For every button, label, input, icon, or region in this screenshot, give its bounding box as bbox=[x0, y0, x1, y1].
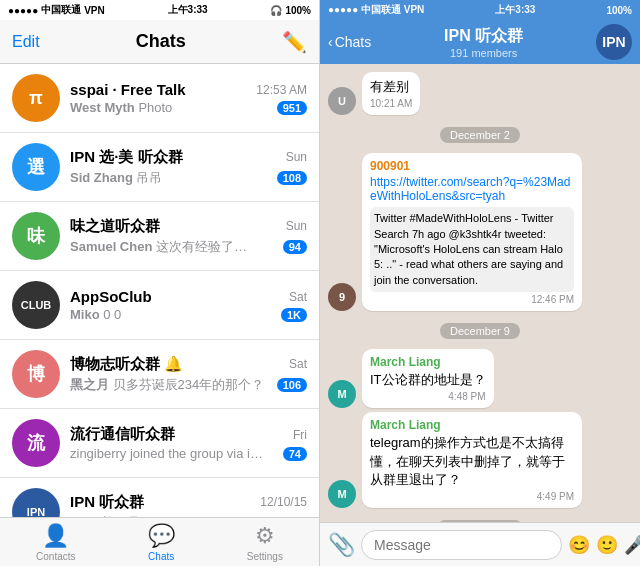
right-signal-dots: ●●●●● bbox=[328, 4, 358, 15]
emoji-button[interactable]: 😊 bbox=[568, 534, 590, 556]
group-members: 191 members bbox=[450, 47, 517, 59]
message-time: 4:49 PM bbox=[370, 491, 574, 502]
message-time: 12:46 PM bbox=[370, 294, 574, 305]
chat-time: Sat bbox=[289, 357, 307, 371]
chat-name: sspai · Free Talk bbox=[70, 81, 186, 98]
back-button[interactable]: ‹ Chats bbox=[328, 34, 371, 50]
left-nav-bar: Edit Chats ✏️ bbox=[0, 20, 319, 64]
message-row: MMarch Liangtelegram的操作方式也是不太搞得懂，在聊天列表中删… bbox=[328, 412, 632, 508]
message-bubble[interactable]: March LiangIT公论群的地址是？4:48 PM bbox=[362, 349, 494, 408]
chat-item[interactable]: 流流行通信听众群Frizingiberry joined the group v… bbox=[0, 409, 319, 478]
badge: 74 bbox=[283, 447, 307, 461]
message-text: Twitter #MadeWithHoloLens - Twitter Sear… bbox=[370, 207, 574, 292]
group-avatar[interactable]: IPN bbox=[596, 24, 632, 60]
right-icons: 100% bbox=[606, 5, 632, 16]
right-time: 上午3:33 bbox=[495, 3, 535, 17]
right-carrier-name: 中国联通 bbox=[361, 4, 401, 15]
date-label: December 9 bbox=[440, 323, 520, 339]
chat-preview: 黑之月 贝多芬诞辰234年的那个？ bbox=[70, 376, 264, 394]
chat-info: IPN 听众群12/10/15Nick 并不是 bbox=[70, 493, 307, 518]
back-label: Chats bbox=[335, 34, 372, 50]
chat-time: 12:53 AM bbox=[256, 83, 307, 97]
mic-button[interactable]: 🎤 bbox=[624, 534, 640, 556]
chat-name: AppSoClub bbox=[70, 288, 152, 305]
chat-info: AppSoClubSatMiko 0 01K bbox=[70, 288, 307, 322]
left-carrier-info: ●●●●● 中国联通 VPN bbox=[8, 3, 105, 17]
compose-button[interactable]: ✏️ bbox=[282, 30, 307, 54]
message-row: 9900901https://twitter.com/search?q=%23M… bbox=[328, 153, 632, 311]
chat-item[interactable]: 選IPN 选·美 听众群SunSid Zhang 吊吊108 bbox=[0, 133, 319, 202]
chats-title: Chats bbox=[136, 31, 186, 52]
tab-bar: 👤Contacts💬Chats⚙Settings bbox=[0, 517, 319, 566]
edit-button[interactable]: Edit bbox=[12, 33, 40, 51]
message-avatar: M bbox=[328, 480, 356, 508]
message-link[interactable]: https://twitter.com/search?q=%23MadeWith… bbox=[370, 175, 574, 203]
chat-name: 博物志听众群 🔔 bbox=[70, 355, 183, 374]
avatar: 味 bbox=[12, 212, 60, 260]
left-right-icons: 🎧 100% bbox=[270, 5, 311, 16]
message-avatar: U bbox=[328, 87, 356, 115]
bluetooth-icon: 🎧 bbox=[270, 5, 282, 16]
chat-info: 流行通信听众群Frizingiberry joined the group vi… bbox=[70, 425, 307, 461]
messages-area: U有差别10:21 AMDecember 29900901https://twi… bbox=[320, 64, 640, 522]
badge: 108 bbox=[277, 171, 307, 185]
chat-name: 味之道听众群 bbox=[70, 217, 160, 236]
right-battery: 100% bbox=[606, 5, 632, 16]
attach-button[interactable]: 📎 bbox=[328, 532, 355, 558]
avatar: IPN bbox=[12, 488, 60, 517]
carrier-name: 中国联通 bbox=[41, 3, 81, 17]
date-label: December 2 bbox=[440, 127, 520, 143]
chat-time: Sun bbox=[286, 219, 307, 233]
chat-item[interactable]: CLUBAppSoClubSatMiko 0 01K bbox=[0, 271, 319, 340]
date-separator: December 2 bbox=[328, 125, 632, 143]
tab-item-settings[interactable]: ⚙Settings bbox=[247, 523, 283, 562]
chat-name: IPN 选·美 听众群 bbox=[70, 148, 183, 167]
chat-info: 味之道听众群SunSamuel Chen 这次有经验了…94 bbox=[70, 217, 307, 256]
chat-item[interactable]: πsspai · Free Talk12:53 AMWest Myth Phot… bbox=[0, 64, 319, 133]
chat-preview: West Myth Photo bbox=[70, 100, 172, 115]
left-panel: ●●●●● 中国联通 VPN 上午3:33 🎧 100% Edit Chats … bbox=[0, 0, 320, 566]
sender-name: March Liang bbox=[370, 418, 574, 432]
tab-item-chats[interactable]: 💬Chats bbox=[148, 523, 175, 562]
back-chevron-icon: ‹ bbox=[328, 34, 333, 50]
chat-info: IPN 选·美 听众群SunSid Zhang 吊吊108 bbox=[70, 148, 307, 187]
settings-icon: ⚙ bbox=[255, 523, 275, 549]
chat-info: sspai · Free Talk12:53 AMWest Myth Photo… bbox=[70, 81, 307, 115]
message-bubble[interactable]: 900901https://twitter.com/search?q=%23Ma… bbox=[362, 153, 582, 311]
chat-name: IPN 听众群 bbox=[70, 493, 144, 512]
chat-preview: zingiberry joined the group via invite l… bbox=[70, 446, 270, 461]
chat-preview: Samuel Chen 这次有经验了… bbox=[70, 238, 247, 256]
chat-list: πsspai · Free Talk12:53 AMWest Myth Phot… bbox=[0, 64, 319, 517]
right-nav-bar: ‹ Chats IPN 听众群 191 members IPN bbox=[320, 20, 640, 64]
group-info: IPN 听众群 191 members bbox=[377, 26, 590, 59]
chat-item[interactable]: 味味之道听众群SunSamuel Chen 这次有经验了…94 bbox=[0, 202, 319, 271]
contacts-icon: 👤 bbox=[42, 523, 69, 549]
avatar: 博 bbox=[12, 350, 60, 398]
tab-label: Contacts bbox=[36, 551, 75, 562]
chat-time: Sat bbox=[289, 290, 307, 304]
avatar: 流 bbox=[12, 419, 60, 467]
message-bubble[interactable]: March Liangtelegram的操作方式也是不太搞得懂，在聊天列表中删掉… bbox=[362, 412, 582, 508]
message-avatar: M bbox=[328, 380, 356, 408]
tab-label: Settings bbox=[247, 551, 283, 562]
avatar: π bbox=[12, 74, 60, 122]
chat-preview: Sid Zhang 吊吊 bbox=[70, 169, 162, 187]
sender-name: March Liang bbox=[370, 355, 486, 369]
avatar: CLUB bbox=[12, 281, 60, 329]
avatar: 選 bbox=[12, 143, 60, 191]
signal-dots: ●●●●● bbox=[8, 5, 38, 16]
right-status-bar: ●●●●● 中国联通 VPN 上午3:33 100% bbox=[320, 0, 640, 20]
message-input[interactable] bbox=[361, 530, 562, 560]
message-row: U有差别10:21 AM bbox=[328, 72, 632, 115]
tab-item-contacts[interactable]: 👤Contacts bbox=[36, 523, 75, 562]
smiley-icon[interactable]: 🙂 bbox=[596, 534, 618, 556]
left-status-bar: ●●●●● 中国联通 VPN 上午3:33 🎧 100% bbox=[0, 0, 319, 20]
message-text: telegram的操作方式也是不太搞得懂，在聊天列表中删掉了，就等于从群里退出了… bbox=[370, 434, 574, 489]
vpn-label: VPN bbox=[84, 5, 105, 16]
chat-item[interactable]: IPNIPN 听众群12/10/15Nick 并不是 bbox=[0, 478, 319, 517]
message-bubble[interactable]: 有差别10:21 AM bbox=[362, 72, 420, 115]
right-panel: ●●●●● 中国联通 VPN 上午3:33 100% ‹ Chats IPN 听… bbox=[320, 0, 640, 566]
message-text: IT公论群的地址是？ bbox=[370, 371, 486, 389]
chat-item[interactable]: 博博物志听众群 🔔Sat黑之月 贝多芬诞辰234年的那个？106 bbox=[0, 340, 319, 409]
right-vpn-label: VPN bbox=[404, 4, 425, 15]
